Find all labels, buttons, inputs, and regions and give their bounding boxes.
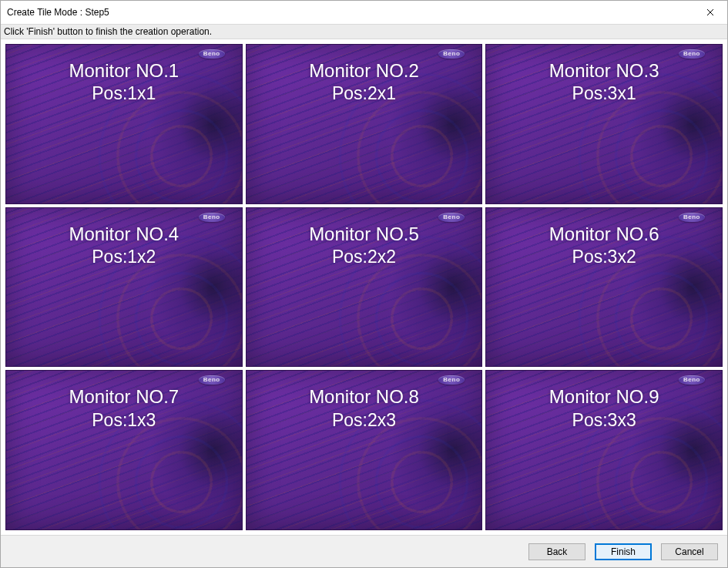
tile-label-group: Monitor NO.2Pos:2x1 [247,59,482,106]
brand-logo: Beno [679,213,705,222]
window-title: Create Tile Mode : Step5 [7,7,109,18]
tile-position: Pos:3x2 [572,246,636,269]
brand-logo: Beno [438,375,465,385]
brand-logo: Beno [438,49,465,59]
tile-label-group: Monitor NO.7Pos:1x3 [6,385,242,432]
tile-monitor-5: BenoMonitor NO.5Pos:2x2 [246,207,483,368]
tile-swirl-graphic [318,210,482,367]
tile-swirl-graphic [318,47,482,204]
tile-swirl-graphic [78,47,242,204]
tile-monitor-3: BenoMonitor NO.3Pos:3x1 [485,44,723,204]
tile-title: Monitor NO.6 [549,222,659,246]
back-button[interactable]: Back [528,543,585,560]
tile-label-group: Monitor NO.4Pos:1x2 [6,222,242,269]
tile-title: Monitor NO.3 [549,59,659,82]
brand-logo: Beno [199,213,225,222]
tile-position: Pos:2x3 [332,409,396,432]
tile-title: Monitor NO.1 [69,59,179,82]
finish-button[interactable]: Finish [595,543,652,560]
tile-grid: BenoMonitor NO.1Pos:1x1BenoMonitor NO.2P… [5,44,723,530]
brand-logo: Beno [679,375,705,385]
cancel-button[interactable]: Cancel [661,543,718,560]
tile-title: Monitor NO.7 [69,385,179,408]
tile-label-group: Monitor NO.6Pos:3x2 [486,222,722,269]
preview-area: BenoMonitor NO.1Pos:1x1BenoMonitor NO.2P… [1,39,727,535]
tile-label-group: Monitor NO.5Pos:2x2 [247,222,482,269]
tile-label-group: Monitor NO.3Pos:3x1 [486,59,722,106]
tile-monitor-8: BenoMonitor NO.8Pos:2x3 [246,370,483,530]
instruction-bar: Click 'Finish' button to finish the crea… [1,24,727,39]
tile-position: Pos:3x3 [572,409,636,432]
tile-swirl-graphic [559,373,723,530]
tile-swirl-graphic [559,210,723,367]
tile-position: Pos:1x3 [92,409,156,432]
brand-logo: Beno [199,375,225,385]
brand-logo: Beno [438,213,465,222]
tile-position: Pos:3x1 [572,82,636,106]
wizard-window: Create Tile Mode : Step5 Click 'Finish' … [0,0,728,568]
tile-swirl-graphic [78,373,242,530]
instruction-text: Click 'Finish' button to finish the crea… [4,26,212,37]
tile-title: Monitor NO.4 [69,222,179,246]
tile-title: Monitor NO.8 [309,385,419,408]
tile-title: Monitor NO.2 [309,59,419,82]
tile-monitor-7: BenoMonitor NO.7Pos:1x3 [5,370,243,530]
tile-position: Pos:2x1 [332,82,396,106]
brand-logo: Beno [679,49,705,59]
close-icon [706,6,714,18]
tile-label-group: Monitor NO.8Pos:2x3 [247,385,482,432]
close-button[interactable] [693,1,727,24]
tile-position: Pos:2x2 [332,246,396,269]
brand-logo: Beno [199,49,225,59]
tile-monitor-4: BenoMonitor NO.4Pos:1x2 [5,207,243,368]
titlebar: Create Tile Mode : Step5 [1,1,727,24]
titlebar-controls [693,1,727,24]
tile-monitor-6: BenoMonitor NO.6Pos:3x2 [485,207,723,368]
tile-title: Monitor NO.5 [309,222,419,246]
tile-monitor-9: BenoMonitor NO.9Pos:3x3 [485,370,723,530]
tile-swirl-graphic [78,210,242,367]
tile-swirl-graphic [559,47,723,204]
tile-label-group: Monitor NO.9Pos:3x3 [486,385,722,432]
tile-label-group: Monitor NO.1Pos:1x1 [6,59,242,106]
button-bar: Back Finish Cancel [1,535,727,567]
tile-monitor-2: BenoMonitor NO.2Pos:2x1 [246,44,483,204]
tile-swirl-graphic [318,373,482,530]
tile-monitor-1: BenoMonitor NO.1Pos:1x1 [5,44,243,204]
tile-title: Monitor NO.9 [549,385,659,408]
tile-position: Pos:1x2 [92,246,156,269]
tile-position: Pos:1x1 [92,82,156,106]
